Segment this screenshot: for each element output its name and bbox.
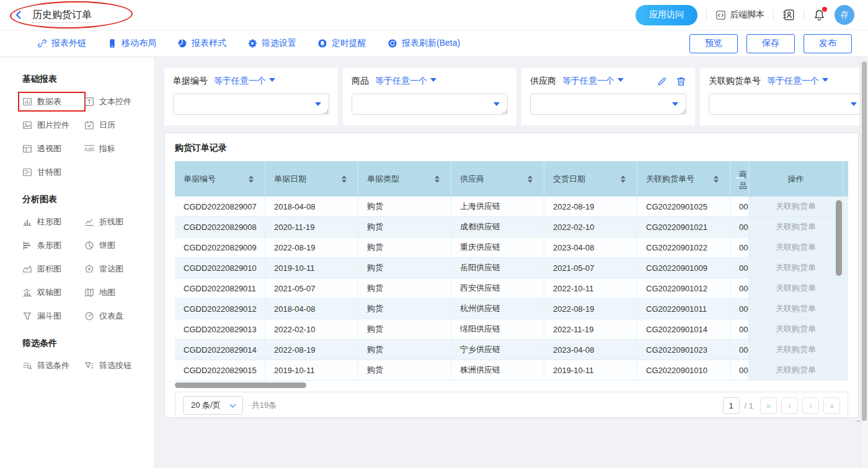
column-header-商品[interactable]: 商品 bbox=[730, 161, 749, 196]
sort-icon[interactable] bbox=[435, 173, 440, 185]
related-purchase-order-button[interactable]: 关联购货单 bbox=[776, 324, 816, 335]
sidebar-item-指标[interactable]: 4,80指标 bbox=[84, 143, 146, 154]
filter-condition-dropdown[interactable]: 等于任意一个 bbox=[375, 76, 436, 87]
resize-handle[interactable] bbox=[324, 109, 328, 113]
toolbar-item-4[interactable]: 筛选设置 bbox=[247, 38, 296, 49]
last-page-button[interactable]: » bbox=[823, 397, 840, 414]
column-header-交货日期[interactable]: 交货日期 bbox=[544, 161, 637, 196]
toolbar-item-2[interactable]: 移动布局 bbox=[107, 38, 156, 49]
trash-icon[interactable] bbox=[676, 76, 686, 87]
sort-icon[interactable] bbox=[714, 173, 719, 185]
preview-button[interactable]: 预览 bbox=[689, 34, 738, 53]
sidebar-item-label: 日历 bbox=[99, 120, 115, 131]
column-header-单据类型[interactable]: 单据类型 bbox=[358, 161, 451, 196]
cell-clipped: 000 bbox=[730, 319, 749, 339]
filter-value-select[interactable] bbox=[173, 94, 329, 115]
filter-widget-关联购货单号[interactable]: 关联购货单号等于任意一个 bbox=[700, 68, 868, 125]
filter-widget-单据编号[interactable]: 单据编号等于任意一个 bbox=[164, 68, 338, 125]
related-purchase-order-button[interactable]: 关联购货单 bbox=[776, 364, 816, 376]
related-purchase-order-button[interactable]: 关联购货单 bbox=[776, 201, 816, 212]
sidebar-item-折线图[interactable]: 折线图 bbox=[84, 216, 146, 227]
filter-value-select[interactable] bbox=[530, 94, 686, 115]
sidebar-item-筛选条件[interactable]: 筛选条件 bbox=[22, 360, 84, 371]
sidebar-item-饼图[interactable]: 饼图 bbox=[84, 240, 146, 251]
related-purchase-order-button[interactable]: 关联购货单 bbox=[776, 242, 816, 253]
filter-widget-供应商[interactable]: 供应商等于任意一个 bbox=[521, 68, 695, 125]
column-header-label: 供应商 bbox=[460, 174, 484, 185]
sidebar-item-柱形图[interactable]: 柱形图 bbox=[22, 216, 84, 227]
column-header-单据日期[interactable]: 单据日期 bbox=[265, 161, 358, 196]
contacts-icon[interactable] bbox=[782, 9, 795, 21]
resize-handle[interactable] bbox=[681, 109, 685, 113]
first-page-button[interactable]: « bbox=[760, 397, 777, 414]
related-purchase-order-button[interactable]: 关联购货单 bbox=[776, 283, 816, 294]
page-scrollbar-thumb[interactable] bbox=[862, 61, 867, 421]
cell-action: 关联购货单 bbox=[749, 299, 843, 319]
link-icon bbox=[37, 38, 47, 48]
sidebar-item-雷达图[interactable]: 雷达图 bbox=[84, 263, 146, 275]
save-button[interactable]: 保存 bbox=[746, 34, 795, 53]
edit-icon[interactable] bbox=[657, 76, 667, 87]
sidebar-item-条形图[interactable]: 条形图 bbox=[22, 240, 84, 251]
sidebar-item-漏斗图[interactable]: 漏斗图 bbox=[22, 311, 84, 322]
cell-action: 关联购货单 bbox=[749, 319, 843, 339]
column-header-关联购货单号[interactable]: 关联购货单号 bbox=[637, 161, 730, 196]
toolbar-item-5[interactable]: 定时提醒 bbox=[317, 38, 366, 49]
sidebar-item-双轴图[interactable]: 双轴图 bbox=[22, 287, 84, 298]
sidebar-item-筛选按钮[interactable]: 筛选按钮 bbox=[84, 360, 146, 371]
backend-script-button[interactable]: 后端脚本 bbox=[715, 9, 764, 20]
page-title[interactable]: 历史购货订单 bbox=[32, 9, 92, 23]
next-page-button[interactable]: › bbox=[802, 397, 819, 414]
related-purchase-order-button[interactable]: 关联购货单 bbox=[776, 262, 816, 273]
toolbar-item-3[interactable]: 报表样式 bbox=[177, 38, 226, 49]
sidebar-item-仪表盘[interactable]: 仪表盘 bbox=[84, 311, 146, 322]
sidebar-item-地图[interactable]: 地图 bbox=[84, 287, 146, 298]
sort-icon[interactable] bbox=[528, 173, 533, 185]
sidebar-item-文本控件[interactable]: 文本控件 bbox=[84, 96, 146, 107]
table-vertical-scrollbar[interactable] bbox=[836, 200, 842, 276]
cell: 购货 bbox=[358, 278, 451, 298]
sidebar-item-数据表[interactable]: 数据表 bbox=[22, 96, 84, 107]
caret-down-icon bbox=[672, 102, 678, 109]
toolbar-item-6[interactable]: 报表刷新(Beta) bbox=[388, 38, 460, 49]
resize-handle[interactable] bbox=[502, 109, 507, 113]
sidebar-item-透视图[interactable]: 透视图 bbox=[22, 143, 84, 154]
related-purchase-order-button[interactable]: 关联购货单 bbox=[776, 221, 816, 232]
filter-widget-商品[interactable]: 商品等于任意一个 bbox=[343, 68, 516, 125]
toolbar-item-1[interactable]: 报表外链 bbox=[37, 38, 86, 49]
sidebar-item-面积图[interactable]: 面积图 bbox=[22, 263, 84, 275]
column-header-操作[interactable]: 操作 bbox=[749, 161, 843, 196]
sort-icon[interactable] bbox=[621, 173, 626, 185]
filter-condition-dropdown[interactable]: 等于任意一个 bbox=[562, 76, 624, 87]
column-header-单据编号[interactable]: 单据编号 bbox=[175, 161, 265, 196]
sidebar-item-甘特图[interactable]: 甘特图 bbox=[22, 167, 84, 178]
table-horizontal-scrollbar[interactable] bbox=[175, 382, 306, 388]
sort-icon[interactable] bbox=[342, 173, 347, 185]
alarm-icon bbox=[317, 38, 327, 48]
related-purchase-order-button[interactable]: 关联购货单 bbox=[776, 344, 816, 355]
sidebar-item-图片控件[interactable]: 图片控件 bbox=[22, 120, 84, 131]
cell: CGDD20220829012 bbox=[175, 299, 265, 319]
filter-value-select[interactable] bbox=[709, 94, 865, 115]
prev-page-button[interactable]: ‹ bbox=[781, 397, 798, 414]
sort-icon[interactable] bbox=[249, 173, 254, 185]
publish-button[interactable]: 发布 bbox=[804, 34, 852, 53]
related-purchase-order-button[interactable]: 关联购货单 bbox=[776, 303, 816, 314]
filter-value-select[interactable] bbox=[352, 94, 508, 115]
cell: 2022-02-10 bbox=[544, 217, 637, 237]
pie-style-icon bbox=[177, 38, 187, 48]
page-size-select[interactable]: 20 条/页 bbox=[183, 396, 243, 415]
sidebar-item-日历[interactable]: 日历 bbox=[84, 120, 146, 131]
app-access-button[interactable]: 应用访问 bbox=[636, 5, 698, 25]
column-header-label: 单据日期 bbox=[274, 174, 306, 185]
column-header-供应商[interactable]: 供应商 bbox=[451, 161, 544, 196]
notification-bell-icon[interactable] bbox=[813, 9, 826, 22]
filter-condition-dropdown[interactable]: 等于任意一个 bbox=[767, 76, 828, 87]
toolbar-item-label: 筛选设置 bbox=[262, 38, 296, 49]
filter-condition-dropdown[interactable]: 等于任意一个 bbox=[214, 76, 275, 87]
data-table-widget[interactable]: 购货订单记录 单据编号单据日期单据类型供应商交货日期关联购货单号商品操作驳 CG… bbox=[164, 133, 859, 418]
page-number-input[interactable] bbox=[723, 397, 740, 414]
back-icon[interactable] bbox=[14, 10, 24, 20]
avatar[interactable]: 存 bbox=[835, 5, 854, 25]
cell-clipped-right bbox=[843, 196, 848, 216]
